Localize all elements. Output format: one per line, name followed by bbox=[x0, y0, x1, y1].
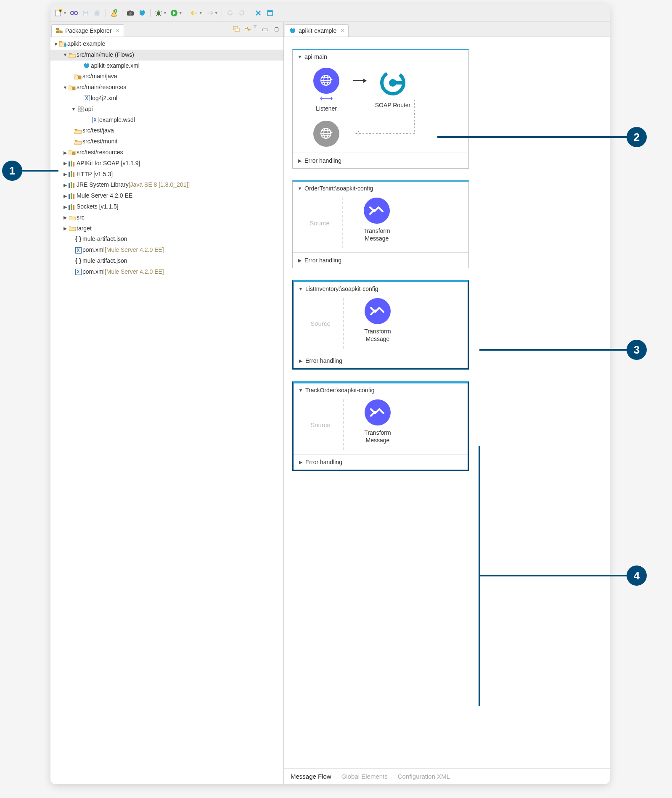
view-menu-icon[interactable]: ▽ bbox=[254, 24, 257, 34]
listener-component[interactable]: Listener bbox=[301, 68, 352, 112]
flow-file: apikit-example.xml bbox=[91, 61, 140, 71]
soap-router-component[interactable]: SOAP Router bbox=[368, 68, 418, 109]
pom-file: pom.xml bbox=[82, 245, 105, 255]
component-label: Transform Message bbox=[352, 227, 402, 242]
mule-icon[interactable] bbox=[137, 8, 148, 18]
xml-file-icon: X bbox=[74, 269, 82, 275]
arrow-icon bbox=[353, 80, 366, 81]
project-icon bbox=[59, 41, 67, 47]
flow-track-order[interactable]: ▼TrackOrder:\soapkit-config Source Trans… bbox=[292, 381, 469, 471]
camera-icon[interactable] bbox=[125, 8, 136, 18]
mule-artifact-file: mule-artifact.json bbox=[82, 234, 127, 244]
explorer-icon bbox=[56, 27, 63, 34]
explorer-tab-row: Package Explorer × ▽ ▭ ▢ bbox=[50, 22, 283, 37]
folder-icon bbox=[74, 139, 82, 145]
minimize-icon[interactable] bbox=[265, 8, 275, 18]
beaker-icon[interactable] bbox=[108, 8, 119, 18]
src-folder: src bbox=[77, 213, 85, 223]
svg-point-6 bbox=[129, 12, 132, 15]
dropdown-icon[interactable]: ▼ bbox=[63, 11, 67, 15]
tab-message-flow[interactable]: Message Flow bbox=[291, 773, 331, 780]
xml-file-icon: X bbox=[82, 95, 91, 101]
editor-tab[interactable]: apikit-example × bbox=[285, 24, 349, 37]
error-handling-label[interactable]: Error handling bbox=[304, 257, 341, 264]
svg-rect-3 bbox=[85, 11, 87, 12]
ide-window: ▼ ▼ ▼ ▼ bbox=[50, 4, 610, 784]
dropdown-icon[interactable]: ▼ bbox=[163, 11, 167, 15]
svg-rect-37 bbox=[71, 193, 72, 199]
back-icon[interactable] bbox=[189, 8, 200, 18]
pom-note: [Mule Server 4.2.0 EE] bbox=[105, 267, 164, 277]
minimize-view-icon[interactable]: ▭ bbox=[260, 24, 269, 34]
source-placeholder[interactable]: Source bbox=[298, 298, 344, 349]
folder-icon bbox=[68, 226, 77, 231]
response-component[interactable] bbox=[301, 121, 352, 147]
svg-point-9 bbox=[157, 10, 159, 12]
callout-line bbox=[479, 575, 627, 576]
maximize-view-icon[interactable]: ▢ bbox=[272, 24, 281, 34]
tab-label: apikit-example bbox=[299, 27, 336, 34]
bug-icon[interactable] bbox=[153, 8, 164, 18]
undo-nav-icon[interactable] bbox=[225, 8, 235, 18]
globe-icon bbox=[313, 68, 339, 94]
flow-order-tshirt[interactable]: ▼OrderTshirt:\soapkit-config Source Tran… bbox=[292, 180, 469, 268]
mule-file-icon bbox=[82, 62, 91, 69]
resources-folder: src/main/resources bbox=[77, 82, 126, 92]
editor-bottom-tabs: Message Flow Global Elements Configurati… bbox=[284, 768, 610, 784]
svg-rect-26 bbox=[72, 152, 75, 155]
svg-rect-34 bbox=[71, 182, 72, 188]
transform-component[interactable]: Transform Message bbox=[352, 198, 402, 242]
tab-config-xml[interactable]: Configuration XML bbox=[398, 773, 450, 780]
component-label: Transform Message bbox=[352, 429, 403, 444]
svg-rect-39 bbox=[69, 205, 70, 210]
flow-title: OrderTshirt:\soapkit-config bbox=[304, 185, 373, 192]
folder-icon bbox=[68, 52, 77, 58]
test-munit-folder: src/test/munit bbox=[82, 137, 117, 147]
error-handling-label[interactable]: Error handling bbox=[304, 157, 341, 164]
callout-line bbox=[21, 170, 58, 172]
transform-component[interactable]: Transform Message bbox=[352, 399, 403, 444]
flow-api-main[interactable]: ▼api-main Listener bbox=[292, 49, 469, 169]
transform-component[interactable]: Transform Message bbox=[352, 298, 403, 343]
source-placeholder[interactable]: Source bbox=[297, 198, 343, 248]
infinity-icon[interactable] bbox=[69, 8, 79, 18]
new-icon[interactable] bbox=[53, 8, 64, 18]
collapse-all-icon[interactable] bbox=[232, 24, 241, 34]
forward-icon[interactable] bbox=[204, 8, 215, 18]
source-placeholder[interactable]: Source bbox=[298, 399, 344, 450]
link-editor-icon[interactable] bbox=[243, 24, 253, 34]
library-icon bbox=[68, 204, 77, 210]
close-icon[interactable]: × bbox=[341, 27, 344, 34]
delete-icon[interactable] bbox=[253, 8, 264, 18]
callout-badge-1: 1 bbox=[2, 161, 22, 181]
test-resources-folder: src/test/resources bbox=[77, 148, 123, 158]
save-all-icon[interactable] bbox=[92, 8, 103, 18]
flow-canvas[interactable]: ▼api-main Listener bbox=[284, 37, 610, 768]
component-label: Transform Message bbox=[352, 328, 403, 343]
svg-rect-30 bbox=[69, 172, 70, 177]
library-icon bbox=[68, 171, 77, 177]
tab-global-elements[interactable]: Global Elements bbox=[341, 773, 388, 780]
apikit-lib: APIKit for SOAP [v1.1.9] bbox=[77, 159, 140, 169]
api-folder: api bbox=[85, 104, 93, 114]
json-file-icon: { } bbox=[74, 234, 82, 244]
svg-rect-17 bbox=[235, 28, 239, 32]
redo-nav-icon[interactable] bbox=[236, 8, 247, 18]
flow-list-inventory[interactable]: ▼ListInventory:\soapkit-config Source Tr… bbox=[292, 280, 469, 370]
project-tree[interactable]: ▼ apikit-example ▼ src/main/mule (Flows) bbox=[50, 37, 283, 784]
error-handling-label[interactable]: Error handling bbox=[305, 459, 342, 465]
package-explorer-tab[interactable]: Package Explorer × bbox=[51, 24, 124, 37]
save-icon[interactable] bbox=[80, 8, 91, 18]
dropdown-icon[interactable]: ▼ bbox=[179, 11, 183, 15]
flows-folder: src/main/mule (Flows) bbox=[77, 50, 134, 60]
pom-note: [Mule Server 4.2.0 EE] bbox=[105, 245, 164, 255]
run-icon[interactable] bbox=[169, 8, 180, 18]
editor-tab-row: apikit-example × bbox=[284, 22, 610, 37]
svg-rect-36 bbox=[69, 194, 70, 199]
flow-title: ListInventory:\soapkit-config bbox=[305, 285, 378, 292]
error-handling-label[interactable]: Error handling bbox=[305, 357, 342, 364]
callout-badge-4: 4 bbox=[627, 565, 647, 586]
dropdown-icon[interactable]: ▼ bbox=[199, 11, 203, 15]
close-icon[interactable]: × bbox=[116, 27, 119, 34]
target-folder: target bbox=[77, 224, 92, 234]
